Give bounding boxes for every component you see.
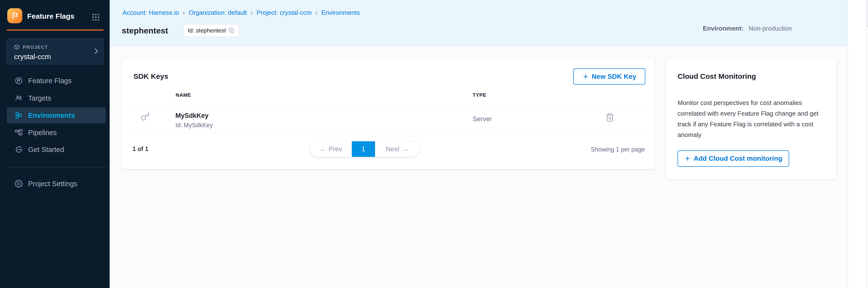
sidebar-item-project-settings[interactable]: Project Settings xyxy=(7,176,106,192)
sdk-key-type: Server xyxy=(472,116,492,123)
scrollbar-track[interactable] xyxy=(866,0,868,288)
chevron-separator-icon: › xyxy=(183,9,185,16)
sdk-key-name: MySdkKey xyxy=(176,112,209,119)
sidebar-item-label: Targets xyxy=(28,94,51,102)
column-header-name: NAME xyxy=(176,92,191,98)
environment-id-chip: Id: stephentest xyxy=(183,24,239,37)
breadcrumb-account[interactable]: Account: Harness.io xyxy=(123,9,179,17)
get-started-icon xyxy=(14,146,23,154)
sdk-key-id: Id: MySdkKey xyxy=(176,122,213,128)
right-gutter xyxy=(848,0,868,288)
nine-dot-grid-icon[interactable] xyxy=(91,12,100,22)
breadcrumb-environments[interactable]: Environments xyxy=(321,9,360,17)
scrollbar-thumb[interactable] xyxy=(867,0,868,27)
cube-icon xyxy=(13,44,20,50)
flag-logo-icon xyxy=(11,12,19,20)
environment-id-text: Id: stephentest xyxy=(188,27,226,34)
cloud-cost-title: Cloud Cost Monitoring xyxy=(678,72,756,81)
sidebar-item-get-started[interactable]: Get Started xyxy=(7,141,106,158)
environment-type-value: Non-production xyxy=(749,25,792,32)
people-icon xyxy=(14,94,23,102)
module-accent-rule xyxy=(6,30,103,31)
gear-icon xyxy=(14,180,23,188)
chevron-right-icon xyxy=(92,47,100,55)
environment-type: Environment: Non-production xyxy=(703,25,792,32)
pagination-control: ← Prev 1 Next → xyxy=(310,141,419,157)
sidebar-item-label: Project Settings xyxy=(28,180,78,188)
prev-page-button[interactable]: ← Prev xyxy=(310,141,352,157)
table-row: MySdkKey Id: MySdkKey Server xyxy=(122,106,654,133)
breadcrumb-project[interactable]: Project: crystal-ccm xyxy=(257,9,312,17)
app-root: Feature Flags PROJECT crystal-ccm xyxy=(0,0,868,288)
sidebar-item-targets[interactable]: Targets xyxy=(7,90,106,106)
sidebar-item-feature-flags[interactable]: Feature Flags xyxy=(7,73,106,89)
pipeline-icon xyxy=(14,128,23,137)
sdk-key-icon xyxy=(141,112,150,121)
sidebar-item-label: Pipelines xyxy=(28,129,57,137)
cloud-cost-description: Monitor cost perspectives for cost anoma… xyxy=(678,97,819,140)
arrow-left-icon: ← xyxy=(320,146,326,153)
plus-icon xyxy=(583,73,589,80)
next-page-button[interactable]: Next → xyxy=(375,141,419,157)
page-title: stephentest xyxy=(122,25,168,36)
arrow-right-icon: → xyxy=(402,146,408,153)
project-name: crystal-ccm xyxy=(14,53,51,61)
plus-icon xyxy=(684,155,691,162)
chevron-separator-icon: › xyxy=(315,9,317,16)
copy-icon[interactable] xyxy=(229,28,235,33)
showing-per-page: Showing 1 per page xyxy=(533,146,645,153)
cloud-cost-card: Cloud Cost Monitoring Monitor cost persp… xyxy=(666,58,836,180)
chevron-separator-icon: › xyxy=(251,9,253,16)
sdk-keys-card: SDK Keys New SDK Key NAME TYPE MySdkKey … xyxy=(122,58,654,169)
flag-circle-icon xyxy=(14,76,23,85)
table-row-divider xyxy=(133,133,645,133)
environment-type-label: Environment: xyxy=(703,25,744,32)
project-selector[interactable]: PROJECT crystal-ccm xyxy=(6,38,103,64)
sidebar: Feature Flags PROJECT crystal-ccm xyxy=(0,0,110,288)
main-content: SDK Keys New SDK Key NAME TYPE MySdkKey … xyxy=(110,46,848,288)
project-label: PROJECT xyxy=(23,44,48,50)
delete-sdk-key-icon[interactable] xyxy=(605,113,615,122)
sidebar-item-environments[interactable]: Environments xyxy=(7,107,106,123)
breadcrumb: Account: Harness.io › Organization: defa… xyxy=(123,9,360,17)
page-header: Account: Harness.io › Organization: defa… xyxy=(110,0,848,46)
new-sdk-key-button[interactable]: New SDK Key xyxy=(573,68,645,85)
feature-flags-logo xyxy=(7,8,22,23)
sidebar-item-label: Feature Flags xyxy=(28,77,71,85)
sdk-keys-title: SDK Keys xyxy=(133,72,168,81)
sidebar-item-pipelines[interactable]: Pipelines xyxy=(7,125,106,140)
module-title: Feature Flags xyxy=(27,12,74,20)
page-number-button[interactable]: 1 xyxy=(352,141,375,157)
sidebar-item-label: Get Started xyxy=(28,146,64,154)
column-header-type: TYPE xyxy=(472,92,487,98)
breadcrumb-organization[interactable]: Organization: default xyxy=(189,9,247,17)
sidebar-item-label: Environments xyxy=(28,111,75,120)
hexagons-icon xyxy=(14,111,23,120)
add-cloud-cost-button[interactable]: Add Cloud Cost monitoring xyxy=(678,150,789,167)
page-count: 1 of 1 xyxy=(132,146,148,152)
